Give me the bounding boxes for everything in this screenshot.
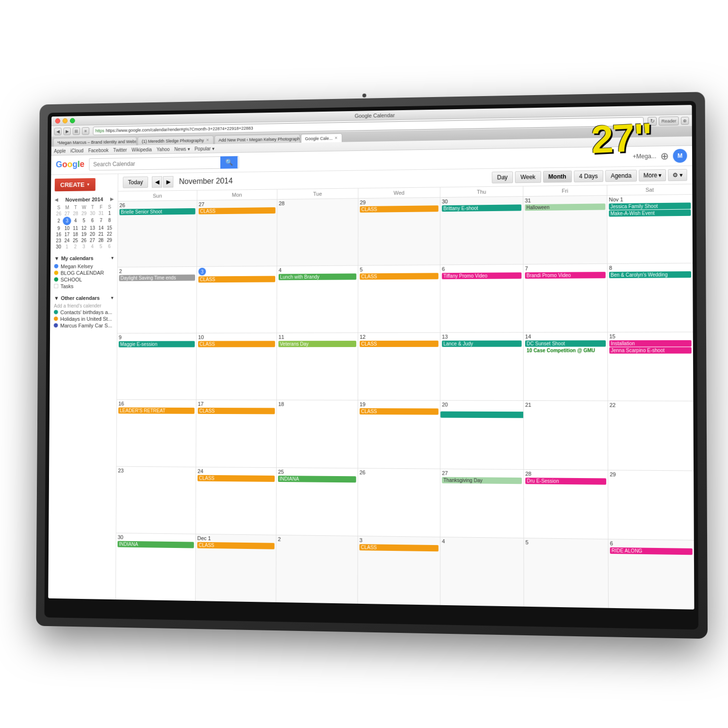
cell-nov29[interactable]: 29	[608, 470, 694, 540]
event-indiana-25[interactable]: INDIANA	[278, 476, 356, 482]
bookmark-wikipedia[interactable]: Wikipedia	[132, 147, 152, 152]
cell-nov20[interactable]: 20	[440, 401, 524, 469]
cell-nov12[interactable]: 12 CLASS	[358, 333, 441, 400]
event-class-dec1[interactable]: CLASS	[197, 542, 274, 549]
cell-dec6[interactable]: 6 RIDE ALONG	[609, 539, 695, 610]
other-cal-options[interactable]: ▾	[111, 296, 114, 300]
cell-oct27[interactable]: 27 CLASS	[197, 199, 278, 266]
cell-nov24[interactable]: 24 CLASS	[196, 467, 277, 534]
search-button[interactable]: 🔍	[220, 156, 237, 169]
share-button[interactable]: ⊕	[681, 116, 689, 125]
event-class-3[interactable]: CLASS	[199, 276, 275, 283]
bookmark-facebook[interactable]: Facebook	[88, 148, 109, 153]
event-brielle[interactable]: Brielle Senior Shoot	[119, 208, 195, 215]
view-day-button[interactable]: Day	[492, 171, 513, 183]
event-jenna[interactable]: Jenna Scarpino E-shoot	[609, 347, 691, 353]
event-class-24[interactable]: CLASS	[198, 475, 275, 481]
today-button[interactable]: Today	[123, 176, 148, 188]
event-case-competition[interactable]: 10 Case Competition @ GMU	[525, 347, 606, 354]
event-tiffany[interactable]: Tiffany Promo Video	[442, 272, 521, 279]
event-halloween[interactable]: Halloween	[525, 203, 605, 211]
more-button[interactable]: More ▾	[639, 169, 666, 182]
cell-nov18[interactable]: 18	[277, 400, 358, 468]
bookmark-apple[interactable]: Apple	[54, 148, 66, 153]
event-leaders[interactable]: LEADER'S RETREAT	[118, 408, 195, 414]
bookmark-popular[interactable]: Popular ▾	[195, 146, 215, 151]
search-box[interactable]: 🔍	[89, 156, 239, 170]
cell-nov30[interactable]: 30 INDIANA	[116, 533, 196, 601]
reader-button[interactable]: Reader	[659, 116, 679, 126]
sidebar-toggle[interactable]: ⊞	[73, 127, 80, 135]
cell-nov1[interactable]: Nov 1 Jessica Family Shoot Make-A-Wish E…	[607, 195, 693, 264]
event-class-dec3[interactable]: CLASS	[360, 544, 439, 551]
cell-nov16[interactable]: 16 LEADER'S RETREAT	[116, 400, 196, 466]
cell-dec4[interactable]: 4	[441, 537, 524, 607]
cell-nov19[interactable]: 19 CLASS	[358, 400, 441, 468]
event-brandi[interactable]: Brandi Promo Video	[525, 272, 606, 279]
event-daylight[interactable]: Daylight Saving Time ends	[119, 275, 195, 281]
tab-4[interactable]: Google Cale...✕	[301, 133, 342, 143]
cell-dec5[interactable]: 5	[524, 538, 609, 608]
event-lance-judy[interactable]: Lance & Judy	[442, 341, 521, 347]
view-4days-button[interactable]: 4 Days	[574, 170, 603, 182]
event-ride-along[interactable]: RIDE ALONG	[610, 547, 693, 555]
cell-dec2[interactable]: 2	[276, 535, 358, 604]
event-dc-sunset[interactable]: DC Sunset Shoot	[525, 340, 606, 347]
event-dru[interactable]: Dru E-Session	[525, 478, 606, 485]
avatar[interactable]: M	[673, 149, 687, 163]
cell-nov23[interactable]: 23	[116, 466, 197, 533]
cell-nov25[interactable]: 25 INDIANA	[277, 468, 358, 536]
cell-dec3[interactable]: 3 CLASS	[358, 536, 440, 605]
event-jessica[interactable]: Jessica Family Shoot	[609, 202, 691, 210]
create-button[interactable]: CREATE ▼	[55, 178, 96, 191]
event-brittany[interactable]: Brittany E-shoot	[442, 204, 521, 212]
cell-nov13[interactable]: 13 Lance & Judy	[440, 333, 524, 401]
cell-oct31[interactable]: 31 Halloween	[523, 196, 607, 264]
cell-nov8[interactable]: 8 Ben & Carolyn's Wedding	[608, 264, 693, 332]
cell-nov11[interactable]: 11 Veterans Day	[277, 333, 358, 400]
search-input[interactable]	[89, 159, 220, 168]
event-span-20[interactable]	[440, 412, 524, 419]
event-maggie[interactable]: Maggie E-session	[119, 341, 195, 347]
cell-nov7[interactable]: 7 Brandi Promo Video	[524, 264, 608, 332]
bookmark-twitter[interactable]: Twitter	[113, 147, 127, 152]
cell-nov10[interactable]: 10 CLASS	[197, 333, 277, 400]
cell-nov27[interactable]: 27 Thanksgiving Day	[441, 469, 524, 538]
cell-nov2[interactable]: 2 Daylight Saving Time ends	[117, 267, 197, 333]
view-week-button[interactable]: Week	[515, 171, 541, 183]
add-calendar-button[interactable]: ⊕	[661, 150, 669, 162]
cell-oct29[interactable]: 29 CLASS	[358, 198, 440, 265]
cell-oct28[interactable]: 28	[277, 199, 358, 266]
cell-oct30[interactable]: 30 Brittany E-shoot	[440, 197, 523, 265]
event-veterans[interactable]: Veterans Day	[279, 341, 356, 347]
cell-nov26[interactable]: 26	[358, 468, 441, 537]
event-installation[interactable]: Installation	[609, 340, 691, 347]
cell-nov22[interactable]: 22	[608, 401, 694, 470]
cell-nov15[interactable]: 15 Installation Jenna Scarpino E-shoot	[608, 332, 693, 401]
cell-dec1[interactable]: Dec 1 CLASS	[196, 534, 277, 602]
minimize-button[interactable]	[63, 118, 68, 124]
event-class-oct27[interactable]: CLASS	[199, 207, 275, 215]
event-class-10[interactable]: CLASS	[198, 341, 275, 347]
next-month-button[interactable]: ▶	[163, 176, 173, 188]
view-toggle[interactable]: ≡	[82, 127, 89, 135]
cell-nov3[interactable]: 3 CLASS	[197, 266, 277, 333]
cell-nov28[interactable]: 28 Dru E-Session	[524, 469, 608, 539]
bookmark-icloud[interactable]: iCloud	[70, 148, 83, 153]
mini-date[interactable]: 26	[54, 211, 63, 217]
event-class-5[interactable]: CLASS	[360, 273, 438, 280]
event-makeawish[interactable]: Make-A-Wish Event	[609, 209, 691, 216]
bookmark-yahoo[interactable]: Yahoo	[156, 147, 169, 152]
mini-cal-next[interactable]: ▶	[110, 197, 114, 202]
back-button[interactable]: ◀	[54, 128, 62, 135]
cell-nov17[interactable]: 17 CLASS	[196, 400, 277, 467]
forward-button[interactable]: ▶	[64, 128, 71, 135]
prev-month-button[interactable]: ◀	[152, 176, 162, 188]
close-button[interactable]	[55, 118, 61, 124]
event-class-oct29[interactable]: CLASS	[360, 205, 438, 213]
event-thanksgiving[interactable]: Thanksgiving Day	[442, 477, 522, 484]
view-agenda-button[interactable]: Agenda	[605, 170, 637, 182]
my-cal-options[interactable]: ▾	[111, 255, 114, 260]
event-class-17[interactable]: CLASS	[198, 408, 275, 414]
maximize-button[interactable]	[70, 118, 75, 123]
